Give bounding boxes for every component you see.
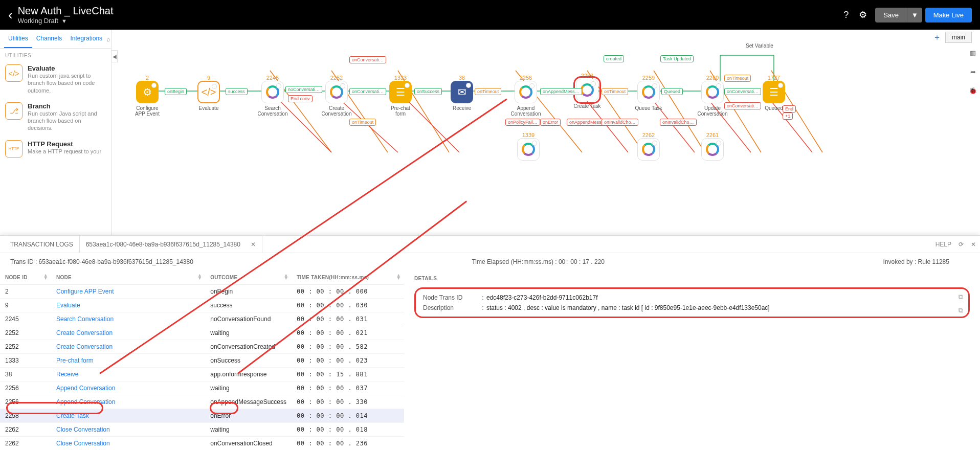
chip-taskupdated: Task Updated [660, 55, 694, 62]
table-row[interactable]: 2256Append Conversationwaiting00 : 00 : … [0, 381, 404, 395]
chip-ontimeout4: onTimeout [724, 75, 751, 82]
util-evaluate[interactable]: </> Evaluate Run custom java script to b… [0, 60, 111, 98]
node-receive[interactable]: 38✉ Receive [447, 75, 477, 111]
table-row[interactable]: 9Evaluatesuccess00 : 00 : 00 . 030 [0, 299, 404, 312]
util-branch[interactable]: ⎇ Branch Run custom Java script and bran… [0, 98, 111, 136]
table-row[interactable]: 2256Append ConversationonAppendMessageSu… [0, 395, 404, 409]
details-header: DETAILS [414, 276, 970, 281]
caret-down-icon: ▼ [61, 18, 67, 24]
details-highlight-box: ⧉ ⧉ Node Trans ID : edc48f23-c273-426f-b… [414, 287, 970, 318]
table-row[interactable]: 38Receiveapp.onformresponse00 : 00 : 15 … [0, 368, 404, 381]
chip-onerror: onError [540, 119, 561, 126]
chip-invalidcho2: onInvalidCho… [660, 119, 697, 126]
table-row[interactable]: 2252Create Conversationwaiting00 : 00 : … [0, 326, 404, 340]
table-row[interactable]: 2262Close ConversationonConversationClos… [0, 437, 404, 451]
table-row[interactable]: 2Configure APP EventonBegin00 : 00 : 00 … [0, 285, 404, 299]
node-search-conversation[interactable]: 2245 Search Conversation [257, 75, 288, 117]
chip-onconv3: onConversati… [724, 88, 761, 95]
code-icon: </> [5, 64, 23, 82]
page-title: New Auth _ LiveChat [18, 5, 114, 17]
node-append-conversation[interactable]: 2256 Append Conversation [510, 75, 541, 117]
transaction-logs-drawer: TRANSACTION LOGS 653aea1c-f080-46e8-ba9a… [0, 235, 980, 450]
table-row[interactable]: 2258Create TaskonError00 : 00 : 00 . 014 [0, 409, 404, 423]
help-icon[interactable]: ? [843, 10, 849, 20]
node-queue-task[interactable]: 2259 Queue Task [633, 75, 664, 111]
col-time[interactable]: TIME TAKEN(HH:mm:ss.ms)▲▼ [292, 271, 404, 285]
col-outcome[interactable]: OUTCOME▲▼ [205, 271, 292, 285]
debug-icon[interactable]: 🐞 [969, 87, 977, 95]
sidebar-category: UTILITIES [0, 49, 111, 60]
gear-icon[interactable]: ⚙ [859, 9, 867, 20]
chip-onconv1: onConversati… [349, 88, 386, 95]
save-button[interactable]: Save [875, 8, 907, 22]
close-drawer-icon[interactable]: ✕ [971, 241, 976, 248]
tab-utilities[interactable]: Utilities [4, 30, 32, 48]
node-evaluate[interactable]: 9</> Evaluate [193, 75, 224, 111]
branch-icon: ⎇ [5, 102, 23, 120]
refresh-icon[interactable]: ⟳ [959, 241, 964, 248]
chip-ontimeout1: onTimeout [475, 88, 501, 95]
tab-channels[interactable]: Channels [32, 30, 66, 48]
node-configure-app-event[interactable]: 2⚙ Configure APP Event [132, 75, 163, 117]
node-trans-id-value: edc48f23-c273-426f-b2dd-9711c062b17f [486, 294, 961, 301]
svg-line-15 [587, 101, 628, 152]
details-panel: DETAILS ⧉ ⧉ Node Trans ID : edc48f23-c27… [404, 271, 980, 450]
table-row[interactable]: 2245Search ConversationnoConversationFou… [0, 312, 404, 326]
node-update-conversation[interactable]: 2260 Update Conversation [697, 75, 728, 117]
node-1339[interactable]: 1339 [513, 132, 544, 161]
description-value: status : 4002 , desc : value is mandator… [486, 304, 961, 311]
share-icon[interactable]: ➦ [970, 68, 976, 76]
make-live-button[interactable]: Make Live [925, 8, 972, 22]
sidebar-collapse-handle[interactable]: ◀ [112, 50, 118, 62]
node-prechat-form[interactable]: 1333☰ Pre-chat form [385, 75, 416, 117]
chip-onbegin: onBegin [165, 88, 187, 95]
util-http[interactable]: HTTP HTTP Request Make a HTTP request to… [0, 136, 111, 162]
drawer-tab-logs[interactable]: TRANSACTION LOGS [4, 241, 79, 248]
chip-noconv: noConversati… [285, 86, 322, 93]
col-node-id[interactable]: NODE ID▲▼ [0, 271, 51, 285]
table-row[interactable]: 1333Pre-chat formonSuccess00 : 00 : 00 .… [0, 354, 404, 368]
page-title-block: New Auth _ LiveChat Working Draft ▼ [18, 5, 114, 25]
table-row[interactable]: 2262Close Conversationwaiting00 : 00 : 0… [0, 423, 404, 437]
chip-ontimeoutb: onTimeout [349, 119, 376, 126]
chip-created: created [604, 55, 624, 62]
copy-trans-id-icon[interactable]: ⧉ [959, 293, 963, 301]
help-link[interactable]: HELP [936, 241, 951, 248]
chip-onconv-top: onConversati… [349, 56, 386, 63]
back-icon[interactable]: ‹ [8, 7, 13, 23]
time-elapsed-label: Time Elapsed (HH:mm:ss.ms) : 00 : 00 : 1… [472, 258, 605, 265]
invoked-by-label: Invoked by : Rule 11285 [883, 258, 949, 265]
chip-endconv: End conv [288, 95, 313, 102]
table-row[interactable]: 2252Create ConversationonConversationCre… [0, 340, 404, 354]
save-dropdown-button[interactable]: ▼ [907, 8, 922, 22]
chip-queued: Queued [661, 88, 683, 95]
chip-plus1: +1 [783, 112, 793, 120]
chip-ontimeout2: onTimeout [602, 88, 628, 95]
close-tab-icon[interactable]: ✕ [251, 241, 256, 248]
log-table[interactable]: NODE ID▲▼ NODE▲▼ OUTCOME▲▼ TIME TAKEN(HH… [0, 271, 404, 450]
search-icon[interactable]: ⌕ [106, 35, 110, 43]
chip-onappend: onAppendMess… [540, 88, 582, 95]
node-2262[interactable]: 2262 [633, 132, 664, 161]
col-node[interactable]: NODE▲▼ [51, 271, 205, 285]
chip-end: End [783, 105, 796, 112]
drawer-tab-transaction[interactable]: 653aea1c-f080-46e8-ba9a-b936f637615d_112… [79, 236, 262, 253]
node-create-conversation[interactable]: 2252 Create Conversation [321, 75, 352, 117]
chip-success: success [226, 88, 248, 95]
http-icon: HTTP [5, 140, 23, 158]
trans-id-label: Trans ID : 653aea1c-f080-46e8-ba9a-b936f… [10, 258, 193, 265]
tab-integrations[interactable]: Integrations [66, 30, 106, 48]
chip-invalidcho: onInvalidCho… [602, 119, 638, 126]
draft-status[interactable]: Working Draft ▼ [18, 17, 114, 25]
copy-description-icon[interactable]: ⧉ [959, 306, 963, 314]
node-2261[interactable]: 2261 [697, 132, 728, 161]
chip-onconv4: onConversati… [724, 102, 761, 109]
chip-policyfail: onPolicyFail… [505, 119, 540, 126]
panel-icon[interactable]: ▥ [970, 49, 976, 57]
chip-onsuccess: onSuccess [414, 88, 442, 95]
